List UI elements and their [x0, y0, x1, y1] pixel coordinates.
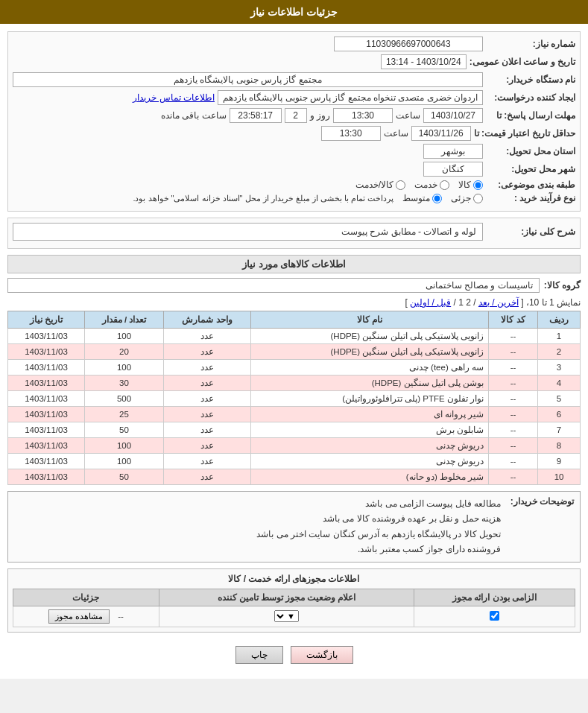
table-cell-row: 1 [538, 329, 581, 344]
table-cell-code: -- [489, 375, 538, 391]
tabaqeh-khadamat-label: خدمت [414, 180, 437, 190]
table-cell-unit: عدد [163, 329, 250, 344]
table-row: 6--شیر پروانه ایعدد251403/11/03 [8, 407, 581, 422]
table-cell-row: 8 [538, 438, 581, 454]
tarikh-row: تاریخ و ساعت اعلان عمومی: 1403/10/24 - 1… [13, 54, 575, 69]
notes-line: مطالعه فایل پیوست الزامی می باشد [14, 496, 501, 511]
table-cell-row: 9 [538, 454, 581, 469]
farayand-jozi-radio[interactable] [473, 194, 483, 203]
th-unit: واحد شمارش [163, 311, 250, 329]
table-cell-qty: 500 [85, 391, 164, 407]
mohlat-saat: 13:30 [333, 108, 393, 123]
table-cell-qty: 50 [85, 469, 164, 485]
mohlat-row: مهلت ارسال پاسخ: تا 1403/10/27 ساعت 13:3… [13, 108, 575, 123]
th-date: تاریخ نیاز [8, 311, 85, 329]
sharh-label: شرح کلی نیاز: [486, 226, 575, 237]
pagination-aval[interactable]: قبل / اولین [410, 297, 451, 308]
data-table: ردیف کد کالا نام کالا واحد شمارش تعداد /… [7, 311, 581, 485]
permissions-section: اطلاعات مجوزهای ارائه خدمت / کالا الزامی… [7, 568, 581, 633]
sharh-row: شرح کلی نیاز: لوله و اتصالات - مطابق شرح… [13, 223, 575, 241]
perm-required-cell [414, 606, 575, 627]
nam-dastgah-label: نام دستگاه خریدار: [486, 75, 575, 85]
table-cell-unit: عدد [163, 391, 250, 407]
noe-farayand-radio-group: جزئی متوسط [402, 193, 483, 203]
table-cell-row: 5 [538, 391, 581, 407]
pth-status: اعلام وضعیت مجوز توسط تامین کننده [159, 589, 414, 606]
tabaqeh-khadamat-radio[interactable] [440, 180, 449, 190]
table-cell-date: 1403/11/03 [8, 344, 85, 360]
table-row: 10--شیر مخلوط (دو حانه)عدد501403/11/03 [8, 469, 581, 485]
farayand-motevaset: متوسط [402, 193, 442, 203]
tabaqeh-khadamat: خدمت [414, 180, 449, 190]
table-cell-code: -- [489, 360, 538, 375]
mohlat-baqi: 23:58:17 [230, 108, 282, 123]
perm-status-select[interactable]: ▼ [274, 610, 299, 622]
perm-required-checkbox[interactable] [490, 611, 499, 621]
ijad-konande-label: ایجاد کننده درخواست: [486, 92, 575, 103]
mohlat-baqi-label: ساعت باقی مانده [161, 110, 227, 121]
table-cell-row: 7 [538, 422, 581, 438]
pagination-sep3: / [451, 297, 456, 308]
farayand-motevaset-label: متوسط [402, 193, 430, 203]
table-cell-code: -- [489, 422, 538, 438]
ostan-label: استان محل تحویل: [486, 146, 575, 156]
pagination-text: نمایش 1 تا 10، [524, 297, 581, 308]
table-cell-name: شیر پروانه ای [251, 407, 489, 422]
nam-dastgah-row: نام دستگاه خریدار: مجتمع گاز پارس جنوبی … [13, 72, 575, 87]
table-cell-qty: 100 [85, 360, 164, 375]
table-cell-code: -- [489, 438, 538, 454]
mohlat-saat-label: ساعت [396, 110, 420, 121]
page-header: جزئیات اطلاعات نیاز [0, 0, 588, 24]
tabaqeh-row: طبقه بندی موضوعی: کالا خدمت کالا/خدمت [13, 180, 575, 190]
notes-label: توضیحات خریدار: [507, 496, 574, 507]
shahr-value: کنگان [423, 162, 483, 177]
table-cell-row: 2 [538, 344, 581, 360]
perm-view-button[interactable]: مشاهده مجوز [48, 609, 110, 624]
pagination-page1: 1 [458, 297, 464, 308]
table-cell-date: 1403/11/03 [8, 407, 85, 422]
group-kala-label: گروه کالا: [544, 280, 581, 291]
th-qty: تعداد / مقدار [85, 311, 164, 329]
data-table-wrapper: ردیف کد کالا نام کالا واحد شمارش تعداد /… [7, 311, 581, 485]
permissions-header-row: الزامی بودن ارائه مجوز اعلام وضعیت مجوز … [13, 589, 575, 606]
print-button[interactable]: چاپ [235, 646, 283, 664]
farayand-motevaset-radio[interactable] [432, 194, 442, 203]
tabaqeh-kala-radio[interactable] [473, 180, 483, 190]
table-cell-unit: عدد [163, 454, 250, 469]
pth-details: جزئیات [13, 589, 159, 606]
table-cell-name: زانویی پلاستیکی پلی اتیلن سنگین (HDPE) [251, 344, 489, 360]
table-cell-name: بوشن پلی اتیل سنگین (HDPE) [251, 375, 489, 391]
tabaqeh-kala-khadamat-radio[interactable] [396, 180, 405, 190]
ijad-konande-row: ایجاد کننده درخواست: اردوان خضری متصدی ت… [13, 90, 575, 105]
info-section: شماره نیاز: 1103096669700064​3 تاریخ و س… [7, 31, 581, 212]
table-cell-code: -- [489, 344, 538, 360]
table-cell-date: 1403/11/03 [8, 422, 85, 438]
table-header-row: ردیف کد کالا نام کالا واحد شمارش تعداد /… [8, 311, 581, 329]
notes-text: مطالعه فایل پیوست الزامی می باشدهزینه حم… [14, 496, 501, 557]
back-button[interactable]: بازگشت [291, 646, 353, 664]
tabaqeh-kala-khadamat: کالا/خدمت [355, 180, 405, 190]
table-cell-unit: عدد [163, 407, 250, 422]
ostan-row: استان محل تحویل: بوشهر [13, 144, 575, 159]
nam-dastgah-value: مجتمع گاز پارس جنوبی پالایشگاه یازدهم [13, 72, 483, 87]
page-title: جزئیات اطلاعات نیاز [250, 6, 338, 18]
table-cell-name: شیر مخلوط (دو حانه) [251, 469, 489, 485]
table-cell-name: دریوش چدنی [251, 438, 489, 454]
table-cell-qty: 50 [85, 422, 164, 438]
table-body: 1--زانویی پلاستیکی پلی اتیلن سنگین (HDPE… [8, 329, 581, 485]
table-cell-date: 1403/11/03 [8, 329, 85, 344]
table-row: 1--زانویی پلاستیکی پلی اتیلن سنگین (HDPE… [8, 329, 581, 344]
table-cell-qty: 25 [85, 407, 164, 422]
table-cell-unit: عدد [163, 438, 250, 454]
ijad-konande-value: اردوان خضری متصدی تنخواه مجتمع گاز پارس … [218, 90, 483, 105]
tabaqeh-kala-khadamat-label: کالا/خدمت [355, 180, 393, 190]
mohlat-rooz-label: روز و [310, 110, 330, 121]
notes-line: هزینه حمل و نقل بر عهده فروشنده کالا می … [14, 511, 501, 526]
mohlat-date: 1403/10/27 [423, 108, 483, 123]
sharh-value: لوله و اتصالات - مطابق شرح پیوست [13, 223, 483, 241]
hadaghal-row: حداقل تاریخ اعتبار قیمت: تا 1403/11/26 س… [13, 126, 575, 141]
pagination-akharin[interactable]: آخرین / بعد [478, 297, 519, 308]
ittilaat-tamas-link[interactable]: اطلاعات تماس خریدار [133, 92, 215, 103]
th-name: نام کالا [251, 311, 489, 329]
table-cell-name: نوار تفلون PTFE (پلی تترافلوئورواتیلن) [251, 391, 489, 407]
